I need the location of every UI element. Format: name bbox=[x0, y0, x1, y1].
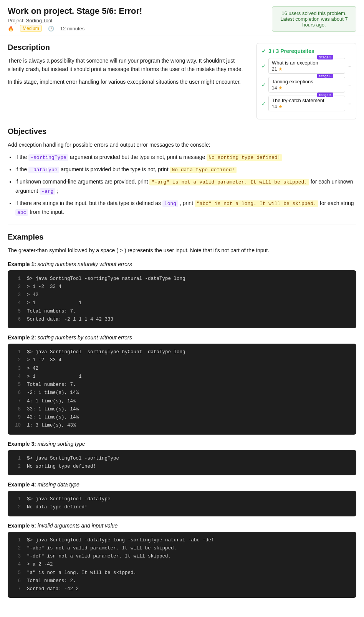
examples-intro: The greater-than symbol followed by a sp… bbox=[8, 246, 356, 255]
dots-menu-3[interactable]: ··· bbox=[347, 101, 351, 106]
code-abc: abc bbox=[15, 209, 28, 216]
code-line: 3"-def" isn not a valid parameter. It wi… bbox=[14, 552, 350, 561]
code-line: 1$> java SortingTool -dataType bbox=[14, 495, 350, 503]
prereq-row-3: 14 ★ bbox=[272, 104, 342, 109]
prereq-row-1: 21 ★ bbox=[272, 66, 342, 72]
code-sorting-type: -sortingType bbox=[28, 154, 68, 161]
time-icon: 🕐 bbox=[48, 26, 54, 31]
description-para2: In this stage, implement error handling … bbox=[8, 78, 245, 86]
example-1-code: 1$> java SortingTool -sortingType natura… bbox=[8, 270, 356, 329]
stage-badge-1: Stage 5 bbox=[317, 55, 333, 60]
stage-badge-2: Stage 5 bbox=[317, 74, 333, 78]
code-line: 6Total numbers: 2. bbox=[14, 577, 350, 585]
page-header: Work on project. Stage 5/6: Error! Proje… bbox=[0, 0, 364, 35]
example-2-desc: sorting numbers by count without errors bbox=[38, 334, 132, 341]
code-line: 4> 1 1 bbox=[14, 299, 350, 307]
code-line: 2> 1 -2 33 4 bbox=[14, 283, 350, 291]
prereq-num-1: 21 bbox=[272, 66, 277, 72]
example-3-title: Example 3: missing sorting type bbox=[8, 441, 356, 447]
examples-heading: Examples bbox=[8, 233, 356, 242]
objectives-intro: Add exception handling for possible erro… bbox=[8, 141, 356, 149]
prereq-name-2: Taming exceptions bbox=[272, 79, 342, 84]
code-line: 3> 42 bbox=[14, 365, 350, 373]
project-link-row: Project: Sorting Tool bbox=[8, 18, 142, 23]
example-3-desc: missing sorting type bbox=[38, 441, 85, 447]
example-5-desc: invalid arguments and input value bbox=[38, 523, 118, 529]
example-1-desc: sorting numbers naturally without errors bbox=[38, 261, 132, 267]
example-2-code: 1$> java SortingTool -sortingType byCoun… bbox=[8, 344, 356, 435]
prereq-count: 3 / 3 Prerequisites bbox=[268, 48, 314, 54]
code-line: 2"-abc" is not a valid parameter. It wil… bbox=[14, 544, 350, 552]
example-5-title: Example 5: invalid arguments and input v… bbox=[8, 523, 356, 529]
star-icon-1: ★ bbox=[278, 66, 283, 72]
description-para1: There is always a possibility that someo… bbox=[8, 56, 245, 74]
prereq-check-icon: ✓ bbox=[261, 48, 266, 54]
main-content: Description There is always a possibilit… bbox=[0, 35, 364, 617]
code-no-sorting: No sorting type defined! bbox=[207, 154, 282, 161]
code-line: 1$> java SortingTool -sortingType byCoun… bbox=[14, 348, 350, 356]
code-line: 942: 1 time(s), 14% bbox=[14, 414, 350, 422]
time-value: 12 minutes bbox=[60, 26, 85, 31]
page-title: Work on project. Stage 5/6: Error! bbox=[8, 6, 142, 16]
solved-box: 16 users solved this problem. Latest com… bbox=[272, 6, 356, 32]
prereq-box: ✓ 3 / 3 Prerequisites ✓ Stage 5 What is … bbox=[256, 43, 356, 119]
code-invalid-param: "-arg" is not a valid parameter. It will… bbox=[149, 179, 309, 185]
dots-menu-1[interactable]: ··· bbox=[347, 63, 351, 69]
example-5-code: 1$> java SortingTool -dataType long -sor… bbox=[8, 532, 356, 598]
code-arg: -arg bbox=[40, 188, 55, 195]
prereq-name-1: What is an exception bbox=[272, 60, 342, 66]
example-3-code: 1$> java SortingTool -sortingType 2No so… bbox=[8, 450, 356, 476]
code-line: 2> 1 -2 33 4 bbox=[14, 356, 350, 364]
code-line: 1$> java SortingTool -dataType long -sor… bbox=[14, 536, 350, 544]
prereq-item-3: ✓ Stage 5 The try-catch statement 14 ★ ·… bbox=[261, 96, 351, 111]
stage-badge-3: Stage 5 bbox=[317, 93, 333, 97]
prereq-info-1: Stage 5 What is an exception 21 ★ bbox=[268, 58, 345, 74]
divider-1 bbox=[8, 225, 356, 225]
solved-text: 16 users solved this problem. Latest com… bbox=[280, 10, 348, 28]
objective-item-1: if the -sortingType argument is provided… bbox=[15, 153, 356, 162]
objective-item-2: if the -dataType argument is provided bu… bbox=[15, 165, 356, 174]
difficulty-badge: Medium bbox=[20, 25, 42, 32]
code-line: 6-2: 1 time(s), 14% bbox=[14, 389, 350, 397]
meta-row: 🔥 Medium 🕐 12 minutes bbox=[8, 25, 142, 32]
example-3-label: Example 3: bbox=[8, 441, 36, 447]
prereq-num-2: 14 bbox=[272, 85, 277, 91]
code-data-type: -dataType bbox=[28, 167, 59, 173]
prereq-item-1: ✓ Stage 5 What is an exception 21 ★ ··· bbox=[261, 58, 351, 74]
code-line: 833: 1 time(s), 14% bbox=[14, 405, 350, 414]
code-line: 74: 1 time(s), 14% bbox=[14, 397, 350, 405]
code-line: 4> 1 1 bbox=[14, 373, 350, 381]
prereq-item-2: ✓ Stage 5 Taming exceptions 14 ★ ··· bbox=[261, 77, 351, 93]
description-heading: Description bbox=[8, 43, 245, 52]
code-long: long bbox=[162, 200, 178, 207]
code-line: 6Sorted data: -2 1 1 1 4 42 333 bbox=[14, 316, 350, 324]
prereq-info-2: Stage 5 Taming exceptions 14 ★ bbox=[268, 77, 345, 93]
code-line: 7Sorted data: -42 2 bbox=[14, 585, 350, 593]
example-2-label: Example 2: bbox=[8, 334, 36, 341]
code-line: 4> a 2 -42 bbox=[14, 561, 350, 569]
description-section: Description There is always a possibilit… bbox=[8, 43, 245, 119]
code-line: 5Total numbers: 7. bbox=[14, 308, 350, 316]
code-not-long: "abc" is not a long. It will be skipped. bbox=[195, 200, 318, 207]
code-line: 101: 3 time(s), 43% bbox=[14, 422, 350, 430]
prereq-num-3: 14 bbox=[272, 104, 277, 109]
example-2-title: Example 2: sorting numbers by count with… bbox=[8, 334, 356, 341]
code-line: 5"a" is not a long. It will be skipped. bbox=[14, 569, 350, 577]
dots-menu-2[interactable]: ··· bbox=[347, 82, 351, 88]
project-label: Project: bbox=[8, 18, 25, 23]
star-icon-2: ★ bbox=[278, 85, 283, 91]
prereq-check-3: ✓ bbox=[261, 101, 266, 107]
code-line: 2No data type defined! bbox=[14, 503, 350, 511]
prereq-info-3: Stage 5 The try-catch statement 14 ★ bbox=[268, 96, 345, 111]
title-area: Work on project. Stage 5/6: Error! Proje… bbox=[8, 6, 142, 32]
project-link[interactable]: Sorting Tool bbox=[26, 18, 52, 23]
example-4-desc: missing data type bbox=[38, 481, 79, 488]
example-1-title: Example 1: sorting numbers naturally wit… bbox=[8, 261, 356, 267]
code-line: 2No sorting type defined! bbox=[14, 463, 350, 471]
code-line: 1$> java SortingTool -sortingType natura… bbox=[14, 275, 350, 283]
example-4-label: Example 4: bbox=[8, 481, 36, 488]
prereqs-section: ✓ 3 / 3 Prerequisites ✓ Stage 5 What is … bbox=[256, 43, 356, 119]
prereq-check-1: ✓ bbox=[261, 63, 266, 69]
difficulty-emoji: 🔥 bbox=[8, 26, 14, 31]
two-col-layout: Description There is always a possibilit… bbox=[8, 43, 356, 119]
